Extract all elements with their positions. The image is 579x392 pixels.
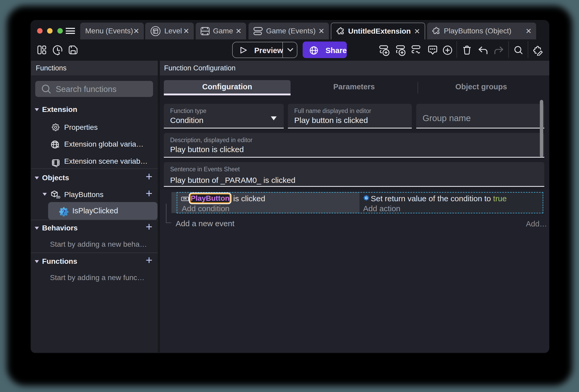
svg-text:?: ? [62, 208, 65, 216]
svg-text:2D: 2D [56, 195, 60, 199]
svg-text:G: G [365, 196, 368, 200]
